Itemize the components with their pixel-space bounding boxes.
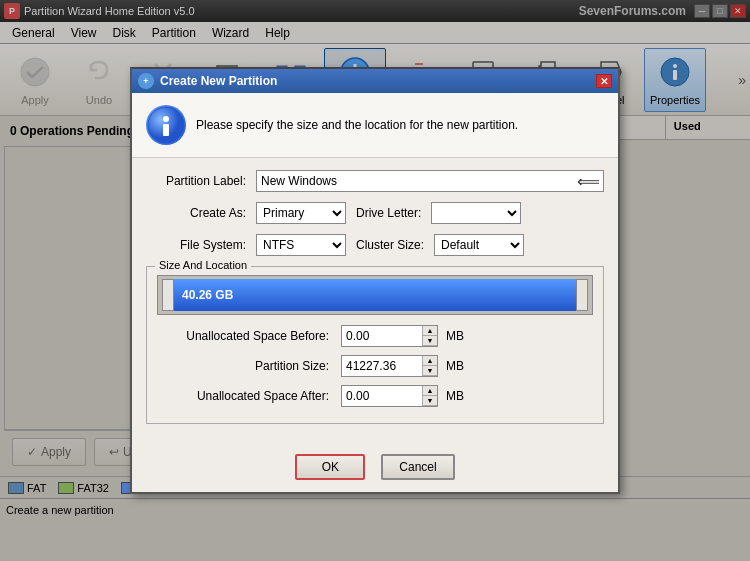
modal-title-icon: +	[138, 73, 154, 89]
modal-close-button[interactable]: ✕	[596, 74, 612, 88]
unallocated-after-input[interactable]	[342, 386, 422, 406]
partition-bar-fill: 40.26 GB	[174, 279, 576, 311]
modal-overlay: + Create New Partition ✕ Please specify …	[0, 0, 750, 561]
unallocated-after-row: Unallocated Space After: ▲ ▼ MB	[157, 385, 593, 407]
unallocated-before-spinbox: ▲ ▼	[341, 325, 438, 347]
unallocated-after-label: Unallocated Space After:	[157, 389, 337, 403]
modal-header: Please specify the size and the location…	[132, 93, 618, 158]
create-as-label: Create As:	[146, 206, 256, 220]
partition-bar-left-handle[interactable]	[162, 279, 174, 311]
unallocated-before-label: Unallocated Space Before:	[157, 329, 337, 343]
unallocated-before-up[interactable]: ▲	[423, 326, 437, 336]
svg-point-30	[163, 116, 169, 122]
create-as-row: Create As: Primary Logical Extended Driv…	[146, 202, 604, 224]
size-location-group: Size And Location 40.26 GB Unallocated S…	[146, 266, 604, 424]
partition-size-up[interactable]: ▲	[423, 356, 437, 366]
unallocated-after-up[interactable]: ▲	[423, 386, 437, 396]
file-system-row: File System: NTFS FAT32 FAT Ext2 Ext3 Cl…	[146, 234, 604, 256]
unallocated-after-spinbox: ▲ ▼	[341, 385, 438, 407]
modal-ok-button[interactable]: OK	[295, 454, 365, 480]
unallocated-before-controls: ▲ ▼	[422, 326, 437, 346]
partition-label-input[interactable]	[256, 170, 604, 192]
modal-footer: OK Cancel	[132, 446, 618, 492]
cluster-size-label: Cluster Size:	[346, 238, 434, 252]
drive-letter-select[interactable]: C: D: E:	[431, 202, 521, 224]
unallocated-before-down[interactable]: ▼	[423, 336, 437, 346]
unallocated-before-input[interactable]	[342, 326, 422, 346]
unallocated-after-down[interactable]: ▼	[423, 396, 437, 406]
unallocated-after-unit: MB	[446, 389, 464, 403]
modal-header-icon	[146, 105, 186, 145]
svg-rect-31	[163, 124, 169, 136]
modal-title-bar: + Create New Partition ✕	[132, 69, 618, 93]
partition-size-input[interactable]	[342, 356, 422, 376]
partition-size-controls: ▲ ▼	[422, 356, 437, 376]
modal-body: Partition Label: ⟸ Create As: Primary Lo…	[132, 158, 618, 446]
partition-label-text: Partition Label:	[146, 174, 256, 188]
modal-cancel-button[interactable]: Cancel	[381, 454, 454, 480]
file-system-label: File System:	[146, 238, 256, 252]
partition-size-label: Partition Size:	[157, 359, 337, 373]
partition-size-row: Partition Size: ▲ ▼ MB	[157, 355, 593, 377]
modal-header-text: Please specify the size and the location…	[196, 118, 518, 132]
partition-label-input-wrapper: ⟸	[256, 170, 604, 192]
partition-bar-size-label: 40.26 GB	[182, 288, 233, 302]
partition-size-unit: MB	[446, 359, 464, 373]
file-system-select[interactable]: NTFS FAT32 FAT Ext2 Ext3	[256, 234, 346, 256]
partition-bar-right-handle[interactable]	[576, 279, 588, 311]
drive-letter-label: Drive Letter:	[346, 206, 431, 220]
modal-title-text: Create New Partition	[160, 74, 277, 88]
group-legend-text: Size And Location	[155, 259, 251, 271]
unallocated-before-unit: MB	[446, 329, 464, 343]
cluster-size-select[interactable]: Default 512 1024 2048 4096	[434, 234, 524, 256]
partition-size-spinbox: ▲ ▼	[341, 355, 438, 377]
create-as-select[interactable]: Primary Logical Extended	[256, 202, 346, 224]
partition-label-row: Partition Label: ⟸	[146, 170, 604, 192]
partition-size-down[interactable]: ▼	[423, 366, 437, 376]
unallocated-after-controls: ▲ ▼	[422, 386, 437, 406]
unallocated-before-row: Unallocated Space Before: ▲ ▼ MB	[157, 325, 593, 347]
partition-bar-container: 40.26 GB	[157, 275, 593, 315]
create-partition-modal: + Create New Partition ✕ Please specify …	[130, 67, 620, 494]
arrow-indicator-icon: ⟸	[577, 172, 600, 191]
